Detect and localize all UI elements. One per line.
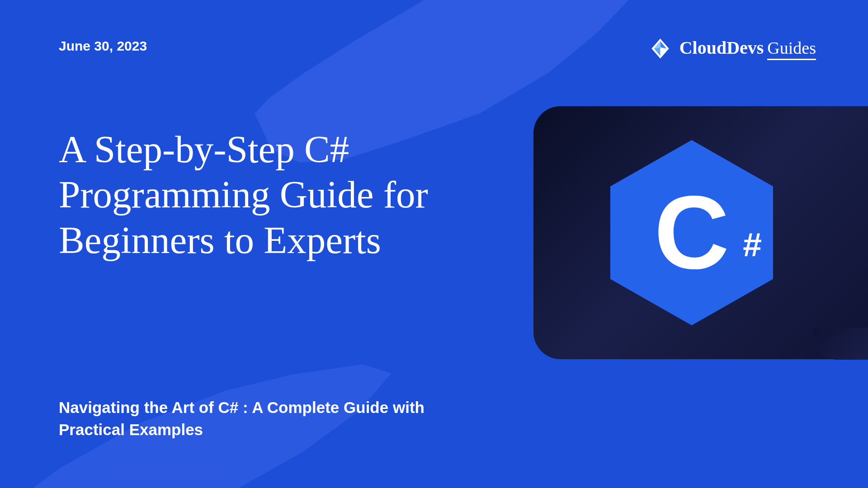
brand-container: CloudDevs Guides xyxy=(648,36,816,61)
page-subtitle: Navigating the Art of C# : A Complete Gu… xyxy=(59,396,466,441)
hexagon-content: C # xyxy=(654,181,729,285)
c-letter: C xyxy=(654,181,729,285)
page-title: A Step-by-Step C# Programming Guide for … xyxy=(59,127,488,263)
clouddevs-logo-icon xyxy=(648,36,673,61)
csharp-hexagon-icon: C # xyxy=(610,140,773,325)
decorative-brush-bottom xyxy=(0,300,415,488)
slide-container: June 30, 2023 CloudDevs Guides A Step-by… xyxy=(0,0,868,488)
feature-card: C # xyxy=(533,106,868,359)
brand-name: CloudDevs xyxy=(679,37,764,58)
hash-symbol: # xyxy=(743,225,762,264)
publish-date: June 30, 2023 xyxy=(59,38,147,54)
brand-suffix: Guides xyxy=(767,38,816,60)
brand-text-group: CloudDevs Guides xyxy=(679,37,816,60)
